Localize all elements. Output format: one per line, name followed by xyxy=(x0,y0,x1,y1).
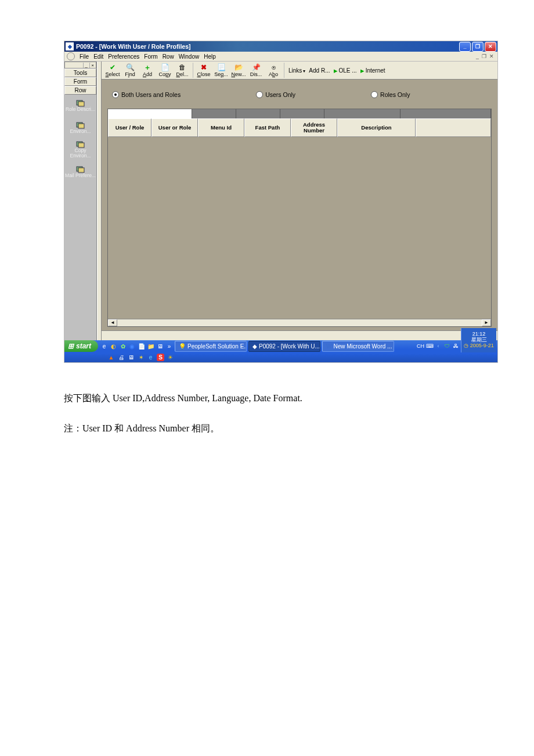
horizontal-scrollbar[interactable]: ◄ ► xyxy=(108,319,491,326)
col-user-or-role[interactable]: User or Role xyxy=(151,118,198,137)
folder-icon[interactable]: 📁 xyxy=(147,343,154,350)
links-dropdown[interactable]: Links xyxy=(288,67,305,74)
taskbar-item-label: P0092 - [Work With U... xyxy=(259,343,320,350)
taskbar-item-label: PeopleSoft Solution E... xyxy=(187,343,247,350)
link-add-r[interactable]: Add R... xyxy=(309,67,330,74)
menu-window[interactable]: Window xyxy=(179,53,200,60)
col-description[interactable]: Description xyxy=(337,118,416,137)
find-button[interactable]: 🔍 Find xyxy=(121,63,139,77)
display-button[interactable]: 📌 Dis... xyxy=(247,63,265,77)
mdi-close-button[interactable]: ✕ xyxy=(488,53,495,59)
select-button[interactable]: ✔ Select xyxy=(104,63,121,77)
sidebar-item-environments[interactable]: Environ... xyxy=(64,117,96,139)
menu-row[interactable]: Row xyxy=(163,53,174,60)
minimize-button[interactable]: _ xyxy=(459,42,471,52)
sidebar-close-icon[interactable]: × xyxy=(89,63,95,68)
document-body-text: 按下图输入 User ID,Address Number, Language, … xyxy=(64,390,470,438)
copy-button[interactable]: 📄 Copy xyxy=(156,63,174,77)
app-window: ◆ P0092 - [Work With User / Role Profile… xyxy=(64,41,498,363)
mdi-controls: _ ❐ ✕ xyxy=(475,53,495,59)
net-icon[interactable]: 🖥 xyxy=(127,354,135,361)
scroll-left-icon[interactable]: ◄ xyxy=(108,319,117,326)
filter-cell[interactable] xyxy=(400,109,491,118)
monitor-icon[interactable]: 🖥 xyxy=(156,343,164,350)
taskbar-item-word[interactable]: W New Microsoft Word ... xyxy=(322,341,394,352)
radio-users-only[interactable]: Users Only xyxy=(256,91,295,98)
col-menu-id[interactable]: Menu Id xyxy=(198,118,244,137)
maximize-button[interactable]: ❐ xyxy=(472,42,484,52)
menu-edit[interactable]: Edit xyxy=(93,53,103,60)
grid-body[interactable] xyxy=(108,137,491,319)
menu-file[interactable]: File xyxy=(80,53,89,60)
sun-icon[interactable]: ☀ xyxy=(167,354,174,361)
shield-icon[interactable]: 🛡 xyxy=(443,343,450,350)
radio-both[interactable]: Both Users and Roles xyxy=(112,91,181,98)
tray-icon[interactable]: ▲ xyxy=(107,354,115,361)
clock[interactable]: 21:12 星期三 ◷ 2005-9-21 xyxy=(461,328,496,352)
delete-button[interactable]: 🗑 Del... xyxy=(174,63,191,77)
taskbar-item-p0092[interactable]: ◆ P0092 - [Work With U... xyxy=(248,341,320,352)
skype-icon[interactable]: S xyxy=(157,354,164,361)
sidebar-item-copy-environments[interactable]: Copy Environ... xyxy=(64,139,96,161)
menubar: File Edit Preferences Form Row Window He… xyxy=(64,52,497,62)
close-button[interactable]: ✕ xyxy=(485,42,496,52)
svg-rect-7 xyxy=(78,168,84,172)
browser-icon[interactable]: e xyxy=(147,354,154,361)
menu-form[interactable]: Form xyxy=(144,53,157,60)
notepad-icon[interactable]: 📄 xyxy=(138,343,145,350)
sidebar-item-role-descriptions[interactable]: Role Descri... xyxy=(64,95,96,117)
col-spacer xyxy=(416,118,491,137)
taskbar-item-peoplesoft[interactable]: 💡 PeopleSoft Solution E... xyxy=(175,341,247,352)
menu-preferences[interactable]: Preferences xyxy=(108,53,139,60)
media-icon[interactable]: ◉ xyxy=(128,343,136,350)
chevron-left-icon[interactable]: ‹ xyxy=(435,343,442,350)
sidebar-tab-form[interactable]: Form xyxy=(64,77,96,86)
radio-label: Users Only xyxy=(265,91,295,98)
ime-indicator[interactable]: CH xyxy=(417,343,424,349)
sidebar-tab-row[interactable]: Row xyxy=(64,86,96,95)
radio-roles-only[interactable]: Roles Only xyxy=(371,91,410,98)
antivirus-icon[interactable]: ✶ xyxy=(137,354,145,361)
filter-cell[interactable] xyxy=(192,109,236,118)
link-ole[interactable]: ▸OLE ... xyxy=(334,67,357,74)
filter-cell[interactable] xyxy=(236,109,280,118)
more-icon[interactable]: » xyxy=(165,343,173,350)
menu-help[interactable]: Help xyxy=(204,53,216,60)
filter-cell[interactable] xyxy=(324,109,400,118)
close-form-button[interactable]: ✖ Close xyxy=(195,63,212,77)
toolbar-separator xyxy=(193,63,193,78)
sidebar-tab-tools[interactable]: Tools xyxy=(64,69,96,77)
calendar-icon: ◷ 2005-9-21 xyxy=(464,343,494,349)
radio-icon xyxy=(371,91,378,98)
mdi-minimize-button[interactable]: _ xyxy=(475,53,480,59)
printer-icon[interactable]: 🖨 xyxy=(117,354,125,361)
sidebar-item-label: Environ... xyxy=(70,129,91,134)
system-tray: CH ⌨ ‹ 🛡 🖧 21:12 星期三 ◷ 2005-9-21 xyxy=(417,340,497,352)
filter-cell[interactable] xyxy=(280,109,324,118)
msn-icon[interactable]: ✿ xyxy=(119,343,127,350)
new-button[interactable]: 📂 New... xyxy=(230,63,247,77)
start-button[interactable]: ⊞ start xyxy=(64,340,98,352)
trash-icon: 🗑 xyxy=(178,63,187,71)
windows-icon: ⊞ xyxy=(68,342,74,350)
link-internet[interactable]: ▸Internet xyxy=(360,67,385,74)
keyboard-icon[interactable]: ⌨ xyxy=(426,343,433,350)
add-button[interactable]: ＋ Add xyxy=(139,63,156,77)
col-user-role[interactable]: User / Role xyxy=(108,118,151,137)
quick-launch-row2: ▲ 🖨 🖥 ✶ e S ☀ xyxy=(107,354,174,361)
sidebar-undock-icon[interactable]: _ xyxy=(83,63,89,68)
mdi-restore-button[interactable]: ❐ xyxy=(481,53,488,59)
scroll-right-icon[interactable]: ► xyxy=(482,319,491,326)
sidebar-item-mail-preferences[interactable]: Mail Prefere... xyxy=(64,161,96,183)
filter-cell[interactable] xyxy=(108,109,192,118)
quick-launch: e ◐ ✿ ◉ 📄 📁 🖥 » xyxy=(100,343,173,350)
network-icon[interactable]: 🖧 xyxy=(452,343,459,350)
about-button[interactable]: ⍟ Abo xyxy=(265,63,282,77)
sequence-button[interactable]: 📃 Seq... xyxy=(212,63,230,77)
col-fast-path[interactable]: Fast Path xyxy=(244,118,291,137)
copy-icon: 📄 xyxy=(160,63,169,71)
col-address-number[interactable]: Address Number xyxy=(291,118,337,137)
ie-icon[interactable]: e xyxy=(100,343,108,350)
splitter[interactable] xyxy=(97,62,102,340)
outlook-icon[interactable]: ◐ xyxy=(110,343,117,350)
